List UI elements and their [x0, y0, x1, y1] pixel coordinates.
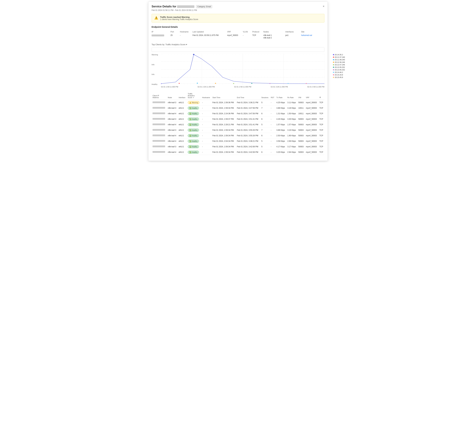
filter-link[interactable]: Traffic Analytics Score ▾	[165, 43, 187, 46]
table-row: n9k-leaf-4 eth1/1 ✅Healthy - Feb 01 2024…	[152, 138, 324, 144]
legend-item-1: 20.14.35.2	[333, 54, 345, 56]
cell-start: Feb 01 2024, 1:59:34 PM	[212, 149, 236, 155]
legend-item-8: 20.14.46.2	[333, 71, 345, 73]
score-badge: ✅Healthy	[188, 118, 199, 121]
table-header: Client IPAddress Node Interface TrafficA…	[152, 92, 324, 100]
close-button[interactable]: ×	[323, 5, 324, 8]
cell-vrf: myvrf_50003	[305, 127, 318, 133]
cell-hostname: -	[201, 127, 212, 133]
table-row: n9k-leaf-4 eth1/1 ✅Healthy - Feb 01 2024…	[152, 149, 324, 155]
cell-protocol: TCP	[318, 149, 324, 155]
th-tx-rate[interactable]: Tx Rate	[275, 92, 286, 100]
th-client-ip[interactable]: Client IPAddress	[152, 92, 167, 100]
cell-node: n9k-leaf-4	[167, 138, 178, 144]
table-container: Client IPAddress Node Interface TrafficA…	[152, 92, 324, 155]
endpoint-port: 25	[170, 34, 180, 40]
th-end-time[interactable]: End Time	[236, 92, 260, 100]
cell-node: n9k-leaf-3	[167, 105, 178, 111]
cell-hostname: -	[201, 144, 212, 149]
search-input[interactable]	[152, 47, 324, 52]
chart-inner	[161, 54, 324, 85]
cell-start: Feb 01 2024, 1:59:34 PM	[212, 144, 236, 149]
table-row: n9k-leaf-4 eth1/1 ✅Healthy - Feb 01 2024…	[152, 122, 324, 127]
cell-sessions: 7	[260, 105, 270, 111]
th-hostname[interactable]: Hostname	[201, 92, 212, 100]
th-rst[interactable]: RST	[270, 92, 275, 100]
cell-sessions: 6	[260, 149, 270, 155]
cell-ip	[152, 127, 167, 133]
endpoint-site[interactable]: hahamed-sal	[301, 34, 320, 40]
cell-vrf: myvrf_50003	[305, 100, 318, 105]
cell-protocol: TCP	[318, 116, 324, 122]
cell-interface: eth1/1	[178, 111, 187, 116]
top-clients-section: Top Clients by Traffic Analytics Score ▾…	[152, 43, 324, 155]
cell-tx-rate: 1.57 Kbps	[275, 122, 286, 127]
top-clients-header: Top Clients by Traffic Analytics Score ▾	[152, 43, 324, 46]
th-start-time[interactable]: Start Time	[212, 92, 236, 100]
cell-ip	[152, 133, 167, 138]
endpoint-hostname: -	[180, 34, 193, 40]
cell-vni: 50003	[297, 144, 305, 149]
cell-end: Feb 01 2024, 3:55:26 PM	[236, 127, 260, 133]
cell-node: n9k-leaf-3	[167, 100, 178, 105]
table-row: n9k-leaf-4 eth1/1 ✅Healthy - Feb 01 2024…	[152, 111, 324, 116]
cell-score: ✅Healthy	[187, 111, 201, 116]
col-header-port: Port	[170, 30, 180, 34]
endpoint-section-title: Endpoint General Details	[152, 26, 324, 28]
th-interface[interactable]: Interface	[178, 92, 187, 100]
cell-sessions: 5	[260, 138, 270, 144]
endpoint-vrf: myvrf_50003	[227, 34, 243, 40]
cell-ip	[152, 122, 167, 127]
cell-start: Feb 01 2024, 1:59:36 PM	[212, 100, 236, 105]
y-label-warning: Warning	[152, 54, 160, 56]
cell-score: ✅Healthy	[187, 116, 201, 122]
cell-interface: eth1/1	[178, 144, 187, 149]
cell-ip	[152, 105, 167, 111]
cell-score: ✅Healthy	[187, 149, 201, 155]
y-label-info1: Info	[152, 64, 160, 66]
svg-point-17	[306, 83, 307, 84]
table-row: n9k-leaf-3 eth1/1 ✅Healthy - Feb 01 2024…	[152, 127, 324, 133]
cell-protocol: TCP	[318, 122, 324, 127]
th-vni[interactable]: VNI	[297, 92, 305, 100]
cell-rx-rate: 3.30 Kbps	[286, 116, 297, 122]
cell-rst: -	[270, 111, 275, 116]
cell-sessions: 6	[260, 133, 270, 138]
chart-svg	[161, 54, 324, 85]
clients-table: Client IPAddress Node Interface TrafficA…	[152, 92, 324, 155]
node-link-1[interactable]: n9k-leaf-1	[263, 34, 285, 36]
cell-rst: -	[270, 127, 275, 133]
svg-point-15	[269, 83, 271, 84]
chart-y-axis: Warning Info Info Healthy	[152, 54, 161, 85]
svg-point-14	[251, 83, 252, 84]
x-label-1: 02-01 1:58:11.000 PM	[161, 86, 178, 88]
th-node[interactable]: Node	[167, 92, 178, 100]
cell-node: n9k-leaf-3	[167, 127, 178, 133]
cell-vni: 10011	[297, 111, 305, 116]
svg-point-16	[288, 83, 289, 84]
col-header-interfaces: Interfaces	[285, 30, 301, 34]
cell-hostname: -	[201, 149, 212, 155]
cell-hostname: -	[201, 105, 212, 111]
score-badge: ✅Healthy	[188, 112, 199, 115]
th-vrf[interactable]: VRF	[305, 92, 318, 100]
cell-tx-rate: 4.26 Kbps	[275, 116, 286, 122]
warning-banner: ⚠️ Traffic Score reached Warning 1 clien…	[152, 14, 324, 23]
cell-rx-rate: 3.11 Kbps	[286, 100, 297, 105]
cell-ip	[152, 138, 167, 144]
cell-interface: eth1/1	[178, 105, 187, 111]
cell-start: Feb 01 2024, 2:24:36 PM	[212, 111, 236, 116]
cell-protocol: TCP	[318, 144, 324, 149]
th-rx-rate[interactable]: Rx Rate	[286, 92, 297, 100]
endpoint-vlan: -	[243, 34, 252, 40]
node-link-2[interactable]: n9k-leaf-2	[263, 37, 285, 39]
cell-sessions: 5	[260, 100, 270, 105]
cell-node: n9k-leaf-4	[167, 111, 178, 116]
th-gear[interactable]: ⚙	[318, 92, 324, 100]
legend-item-4: 20.12.36.246	[333, 61, 345, 63]
warning-text: Traffic Score reached Warning 1 clients …	[160, 16, 198, 20]
cell-end: Feb 01 2024, 3:51:41 PM	[236, 116, 260, 122]
col-header-lastupdated: Last Updated	[193, 30, 227, 34]
th-traffic-score[interactable]: TrafficAnalyticsScore ▼	[187, 92, 201, 100]
th-sessions[interactable]: Sessions	[260, 92, 270, 100]
